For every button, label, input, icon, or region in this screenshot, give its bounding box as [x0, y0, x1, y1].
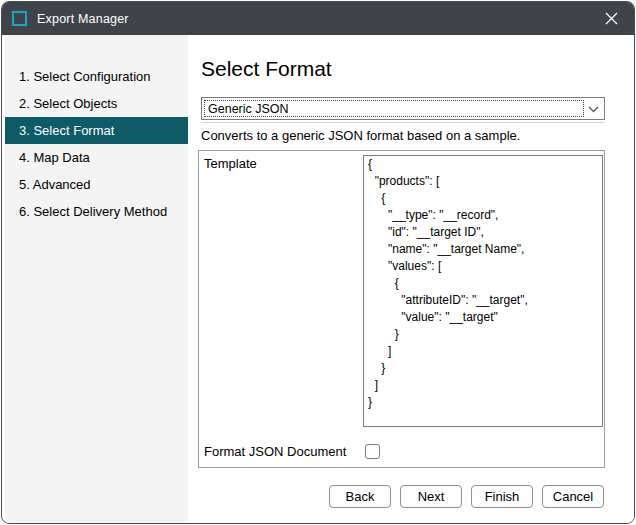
dialog-body: 1. Select Configuration 2. Select Object…	[2, 35, 634, 524]
template-label: Template	[204, 156, 257, 171]
chevron-down-icon	[588, 106, 599, 113]
sidebar-item-advanced[interactable]: 5. Advanced	[5, 171, 188, 198]
dialog-button-row: Back Next Finish Cancel	[329, 485, 604, 508]
close-icon	[605, 12, 618, 25]
sidebar-item-select-configuration[interactable]: 1. Select Configuration	[5, 63, 188, 90]
sidebar-item-select-objects[interactable]: 2. Select Objects	[5, 90, 188, 117]
format-json-document-checkbox[interactable]	[365, 444, 380, 459]
sidebar-item-select-delivery-method[interactable]: 6. Select Delivery Method	[5, 198, 188, 225]
page-title: Select Format	[201, 57, 332, 81]
main-panel: Select Format Generic JSON Converts to a…	[188, 35, 634, 524]
sidebar-item-map-data[interactable]: 4. Map Data	[5, 144, 188, 171]
template-json-editor[interactable]: { "products": [ { "__type": "__record", …	[363, 155, 603, 427]
titlebar: Export Manager	[2, 2, 634, 35]
window-title: Export Manager	[37, 12, 129, 26]
sidebar-item-select-format[interactable]: 3. Select Format	[5, 117, 188, 144]
dropdown-separator	[201, 122, 605, 123]
format-dropdown[interactable]: Generic JSON	[201, 97, 605, 120]
format-description: Converts to a generic JSON format based …	[201, 128, 520, 143]
format-json-document-label: Format JSON Document	[204, 444, 346, 459]
close-button[interactable]	[588, 2, 634, 35]
format-dropdown-value: Generic JSON	[204, 100, 584, 117]
cancel-button[interactable]: Cancel	[542, 485, 604, 508]
back-button[interactable]: Back	[329, 485, 391, 508]
finish-button[interactable]: Finish	[471, 485, 533, 508]
export-manager-window: Export Manager 1. Select Configuration 2…	[1, 1, 635, 524]
format-options-groupbox: Template { "products": [ { "__type": "__…	[198, 150, 605, 468]
next-button[interactable]: Next	[400, 485, 462, 508]
wizard-steps-sidebar: 1. Select Configuration 2. Select Object…	[5, 35, 188, 524]
app-window-icon	[12, 11, 27, 26]
